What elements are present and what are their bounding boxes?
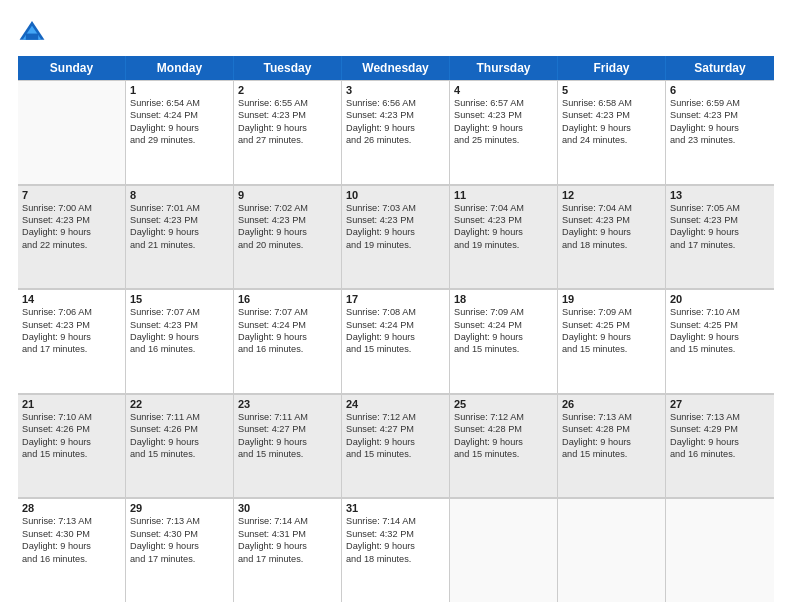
cell-info-line: Sunrise: 7:06 AM: [22, 306, 121, 318]
cell-info-line: Sunrise: 7:07 AM: [130, 306, 229, 318]
cell-info-line: Sunrise: 6:57 AM: [454, 97, 553, 109]
calendar-cell: 19Sunrise: 7:09 AMSunset: 4:25 PMDayligh…: [558, 289, 666, 393]
cell-info-line: Sunrise: 7:13 AM: [22, 515, 121, 527]
calendar-cell: [558, 498, 666, 602]
calendar-cell: 25Sunrise: 7:12 AMSunset: 4:28 PMDayligh…: [450, 394, 558, 498]
day-number: 17: [346, 293, 445, 305]
calendar-cell: 3Sunrise: 6:56 AMSunset: 4:23 PMDaylight…: [342, 80, 450, 184]
logo: [18, 18, 50, 46]
cell-info-line: Daylight: 9 hours: [670, 122, 770, 134]
cell-info-line: and 21 minutes.: [130, 239, 229, 251]
day-number: 14: [22, 293, 121, 305]
cell-info-line: and 18 minutes.: [346, 553, 445, 565]
weekday-header: Friday: [558, 56, 666, 80]
cell-info-line: Sunset: 4:26 PM: [130, 423, 229, 435]
day-number: 7: [22, 189, 121, 201]
day-number: 25: [454, 398, 553, 410]
calendar-week-row: 28Sunrise: 7:13 AMSunset: 4:30 PMDayligh…: [18, 498, 774, 602]
cell-info-line: Sunset: 4:24 PM: [454, 319, 553, 331]
day-number: 13: [670, 189, 770, 201]
cell-info-line: Daylight: 9 hours: [238, 226, 337, 238]
cell-info-line: Sunrise: 7:09 AM: [562, 306, 661, 318]
cell-info-line: Daylight: 9 hours: [670, 331, 770, 343]
day-number: 3: [346, 84, 445, 96]
svg-rect-2: [26, 34, 38, 40]
cell-info-line: Sunset: 4:23 PM: [130, 214, 229, 226]
cell-info-line: Sunset: 4:25 PM: [562, 319, 661, 331]
cell-info-line: Sunset: 4:32 PM: [346, 528, 445, 540]
calendar-cell: 4Sunrise: 6:57 AMSunset: 4:23 PMDaylight…: [450, 80, 558, 184]
day-number: 9: [238, 189, 337, 201]
cell-info-line: and 23 minutes.: [670, 134, 770, 146]
calendar-week-row: 14Sunrise: 7:06 AMSunset: 4:23 PMDayligh…: [18, 289, 774, 394]
day-number: 2: [238, 84, 337, 96]
cell-info-line: Sunset: 4:28 PM: [454, 423, 553, 435]
day-number: 19: [562, 293, 661, 305]
cell-info-line: Sunrise: 6:56 AM: [346, 97, 445, 109]
cell-info-line: and 15 minutes.: [346, 448, 445, 460]
cell-info-line: Sunrise: 7:11 AM: [130, 411, 229, 423]
cell-info-line: Sunrise: 6:58 AM: [562, 97, 661, 109]
calendar-cell: 15Sunrise: 7:07 AMSunset: 4:23 PMDayligh…: [126, 289, 234, 393]
cell-info-line: Daylight: 9 hours: [562, 122, 661, 134]
calendar-cell: [666, 498, 774, 602]
calendar-cell: [18, 80, 126, 184]
cell-info-line: Daylight: 9 hours: [670, 436, 770, 448]
cell-info-line: Daylight: 9 hours: [22, 226, 121, 238]
calendar-cell: 9Sunrise: 7:02 AMSunset: 4:23 PMDaylight…: [234, 185, 342, 289]
cell-info-line: Sunrise: 7:10 AM: [670, 306, 770, 318]
calendar-cell: 10Sunrise: 7:03 AMSunset: 4:23 PMDayligh…: [342, 185, 450, 289]
cell-info-line: and 16 minutes.: [130, 343, 229, 355]
cell-info-line: Daylight: 9 hours: [454, 331, 553, 343]
cell-info-line: Daylight: 9 hours: [346, 436, 445, 448]
cell-info-line: and 17 minutes.: [670, 239, 770, 251]
calendar-cell: 6Sunrise: 6:59 AMSunset: 4:23 PMDaylight…: [666, 80, 774, 184]
cell-info-line: Sunset: 4:23 PM: [130, 319, 229, 331]
cell-info-line: Sunrise: 7:09 AM: [454, 306, 553, 318]
calendar-week-row: 7Sunrise: 7:00 AMSunset: 4:23 PMDaylight…: [18, 185, 774, 290]
cell-info-line: Daylight: 9 hours: [346, 331, 445, 343]
cell-info-line: Sunset: 4:23 PM: [562, 109, 661, 121]
cell-info-line: Sunrise: 7:05 AM: [670, 202, 770, 214]
cell-info-line: Daylight: 9 hours: [346, 226, 445, 238]
day-number: 4: [454, 84, 553, 96]
calendar-header: SundayMondayTuesdayWednesdayThursdayFrid…: [18, 56, 774, 80]
cell-info-line: and 19 minutes.: [346, 239, 445, 251]
day-number: 5: [562, 84, 661, 96]
cell-info-line: Sunset: 4:23 PM: [454, 109, 553, 121]
cell-info-line: Sunset: 4:28 PM: [562, 423, 661, 435]
cell-info-line: Daylight: 9 hours: [454, 436, 553, 448]
cell-info-line: Sunrise: 7:02 AM: [238, 202, 337, 214]
weekday-header: Tuesday: [234, 56, 342, 80]
cell-info-line: Daylight: 9 hours: [130, 436, 229, 448]
weekday-header: Sunday: [18, 56, 126, 80]
cell-info-line: and 15 minutes.: [130, 448, 229, 460]
cell-info-line: and 19 minutes.: [454, 239, 553, 251]
cell-info-line: Daylight: 9 hours: [346, 540, 445, 552]
cell-info-line: Daylight: 9 hours: [454, 122, 553, 134]
logo-icon: [18, 18, 46, 46]
day-number: 11: [454, 189, 553, 201]
cell-info-line: and 27 minutes.: [238, 134, 337, 146]
cell-info-line: Sunset: 4:23 PM: [238, 109, 337, 121]
calendar-cell: [450, 498, 558, 602]
cell-info-line: and 15 minutes.: [22, 448, 121, 460]
cell-info-line: Sunset: 4:23 PM: [22, 319, 121, 331]
weekday-header: Wednesday: [342, 56, 450, 80]
cell-info-line: and 16 minutes.: [238, 343, 337, 355]
cell-info-line: Sunset: 4:23 PM: [670, 214, 770, 226]
cell-info-line: Sunset: 4:25 PM: [670, 319, 770, 331]
calendar-cell: 1Sunrise: 6:54 AMSunset: 4:24 PMDaylight…: [126, 80, 234, 184]
cell-info-line: and 24 minutes.: [562, 134, 661, 146]
cell-info-line: Sunset: 4:31 PM: [238, 528, 337, 540]
cell-info-line: Daylight: 9 hours: [22, 331, 121, 343]
cell-info-line: Sunrise: 7:13 AM: [670, 411, 770, 423]
cell-info-line: Sunrise: 7:12 AM: [346, 411, 445, 423]
cell-info-line: and 15 minutes.: [562, 343, 661, 355]
cell-info-line: Sunset: 4:23 PM: [22, 214, 121, 226]
cell-info-line: Daylight: 9 hours: [454, 226, 553, 238]
cell-info-line: Sunset: 4:23 PM: [346, 214, 445, 226]
calendar-cell: 5Sunrise: 6:58 AMSunset: 4:23 PMDaylight…: [558, 80, 666, 184]
day-number: 31: [346, 502, 445, 514]
cell-info-line: and 22 minutes.: [22, 239, 121, 251]
